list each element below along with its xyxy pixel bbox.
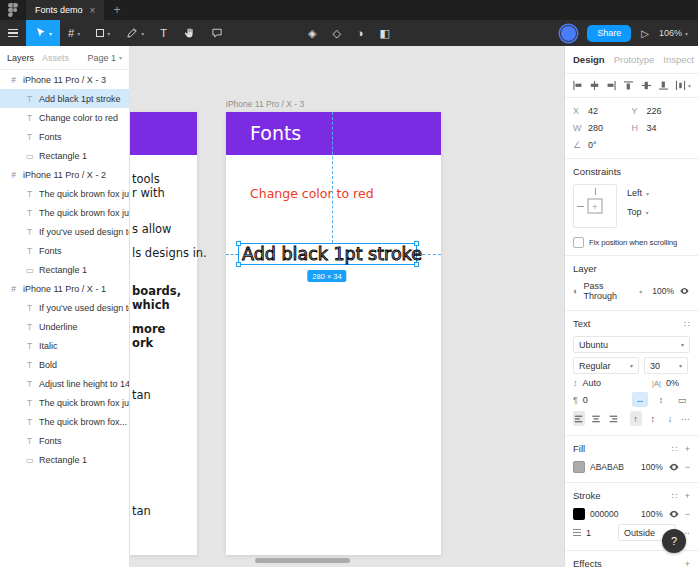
height-field[interactable]: H34	[632, 123, 691, 133]
hand-tool-button[interactable]	[175, 20, 203, 46]
remove-fill-icon[interactable]: −	[685, 462, 690, 472]
fix-position-checkbox[interactable]: Fix position when scrolling	[573, 234, 690, 248]
layer-row[interactable]: TThe quick brown fox jumped.....	[0, 393, 129, 412]
text-align-right-button[interactable]	[607, 411, 619, 426]
line-height-input[interactable]: Auto	[583, 378, 602, 388]
layer-row-frame[interactable]: #iPhone 11 Pro / X - 2	[0, 165, 129, 184]
layer-row[interactable]: TFonts	[0, 431, 129, 450]
frame-iphone-2[interactable]: tools r with s allow ls designs in. boar…	[130, 112, 197, 555]
share-button[interactable]: Share	[587, 25, 631, 42]
selection-box[interactable]: Add black 1pt stroke	[238, 243, 417, 265]
constraints-diagram[interactable]: +	[573, 184, 617, 228]
text-align-center-button[interactable]	[590, 411, 602, 426]
layer-row[interactable]: TIf you've used design tools be...	[0, 222, 129, 241]
layer-row-selected[interactable]: TAdd black 1pt stroke	[0, 89, 129, 108]
rotation-field[interactable]: ∠0°	[573, 140, 632, 150]
fill-opacity-input[interactable]: 100%	[641, 462, 663, 472]
letter-spacing-input[interactable]: 0%	[666, 378, 679, 388]
pen-tool-button[interactable]: ▾	[118, 20, 152, 46]
avatar[interactable]	[560, 25, 577, 42]
constraints-center-icon[interactable]: +	[588, 199, 603, 214]
align-vertical-center-icon[interactable]	[641, 80, 652, 91]
layer-row[interactable]: TBold	[0, 355, 129, 374]
horizontal-constraint-select[interactable]: Left ▾	[627, 188, 649, 198]
tab-assets[interactable]: Assets	[42, 53, 69, 63]
layer-row[interactable]: TFonts	[0, 241, 129, 260]
layer-row[interactable]: TThe quick brown fox jumped....	[0, 184, 129, 203]
frame-label[interactable]: iPhone 11 Pro / X - 3	[226, 99, 304, 109]
canvas[interactable]: tools r with s allow ls designs in. boar…	[130, 46, 564, 567]
layer-row[interactable]: ▭Rectangle 1	[0, 260, 129, 279]
text-valign-top-button[interactable]: ↑	[630, 411, 642, 426]
stroke-hex-input[interactable]: 000000	[590, 509, 618, 519]
layer-row-frame[interactable]: #iPhone 11 Pro / X - 3	[0, 70, 129, 89]
component-icon[interactable]: ◈	[308, 27, 316, 40]
tab-inspect[interactable]: Inspect	[663, 54, 694, 65]
horizontal-scrollbar[interactable]	[255, 558, 350, 563]
add-stroke-icon[interactable]: +	[685, 491, 690, 501]
selection-handle-nw[interactable]	[236, 241, 241, 246]
top-constraint-tick[interactable]	[595, 188, 596, 195]
stroke-weight-input[interactable]: 1	[586, 528, 591, 538]
zoom-control[interactable]: 106% ▾	[659, 28, 688, 38]
align-bottom-icon[interactable]	[658, 80, 669, 91]
document-tab[interactable]: Fonts demo ×	[26, 0, 104, 20]
remove-stroke-icon[interactable]: −	[685, 509, 690, 519]
selection-handle-sw[interactable]	[236, 262, 241, 267]
text-tool-button[interactable]: T	[152, 20, 175, 46]
eye-icon[interactable]	[668, 508, 680, 520]
chevron-down-icon[interactable]: ▾	[49, 30, 52, 37]
font-size-select[interactable]: 30 ▾	[644, 357, 688, 374]
move-tool-button[interactable]: ▾	[26, 20, 60, 46]
chevron-down-icon[interactable]: ▾	[77, 30, 80, 37]
red-text-layer[interactable]: Change color to red	[250, 186, 374, 201]
fixed-size-button[interactable]: ▭	[674, 392, 690, 407]
eye-icon[interactable]	[668, 461, 680, 473]
frame-tool-button[interactable]: # ▾	[60, 20, 88, 46]
width-field[interactable]: W280	[573, 123, 632, 133]
stroke-color-swatch[interactable]	[573, 508, 585, 520]
layer-row[interactable]: ▭Rectangle 1	[0, 450, 129, 469]
fill-color-swatch[interactable]	[573, 461, 585, 473]
layer-row[interactable]: TItalic	[0, 336, 129, 355]
selection-handle-ne[interactable]	[414, 241, 419, 246]
align-left-icon[interactable]	[572, 80, 583, 91]
figma-logo[interactable]	[0, 0, 26, 20]
main-menu-button[interactable]	[0, 20, 26, 46]
eye-icon[interactable]	[679, 285, 690, 297]
layer-row[interactable]: TFonts	[0, 127, 129, 146]
add-fill-icon[interactable]: +	[685, 444, 690, 454]
shape-tool-button[interactable]: ▾	[88, 20, 118, 46]
blend-mode-select[interactable]: Pass Through	[583, 281, 634, 301]
layer-opacity-input[interactable]: 100%	[652, 286, 674, 296]
layer-row[interactable]: TThe quick brown fox jumped....	[0, 203, 129, 222]
align-right-icon[interactable]	[606, 80, 617, 91]
add-effect-icon[interactable]: +	[685, 559, 690, 567]
frame-title-text[interactable]: Fonts	[250, 112, 301, 155]
selection-handle-se[interactable]	[414, 262, 419, 267]
layer-row[interactable]: TChange color to red	[0, 108, 129, 127]
align-top-icon[interactable]	[623, 80, 634, 91]
font-family-select[interactable]: Ubuntu ▾	[573, 336, 690, 353]
align-horizontal-center-icon[interactable]	[589, 80, 600, 91]
help-button[interactable]: ?	[662, 529, 686, 553]
x-field[interactable]: X42	[573, 106, 632, 116]
y-field[interactable]: Y226	[632, 106, 691, 116]
stroke-opacity-input[interactable]: 100%	[641, 509, 663, 519]
boolean-icon[interactable]: ◧	[380, 27, 390, 40]
fill-hex-input[interactable]: ABABAB	[590, 462, 624, 472]
chevron-down-icon[interactable]: ▾	[639, 288, 642, 295]
tab-prototype[interactable]: Prototype	[614, 54, 655, 65]
instance-icon[interactable]: ◇	[332, 27, 340, 40]
new-tab-button[interactable]: +	[104, 0, 129, 20]
layer-row-frame[interactable]: #iPhone 11 Pro / X - 1	[0, 279, 129, 298]
page-selector[interactable]: Page 1 ▾	[87, 53, 122, 63]
vertical-constraint-select[interactable]: Top ▾	[627, 207, 649, 217]
paragraph-spacing-input[interactable]: 0	[583, 395, 588, 405]
text-align-left-button[interactable]	[573, 411, 585, 426]
chevron-down-icon[interactable]: ▾	[141, 30, 144, 37]
checkbox-icon[interactable]	[573, 237, 584, 248]
comment-tool-button[interactable]	[203, 20, 231, 46]
layer-row[interactable]: TIf you've used design tools be...	[0, 298, 129, 317]
font-weight-select[interactable]: Regular ▾	[573, 357, 639, 374]
